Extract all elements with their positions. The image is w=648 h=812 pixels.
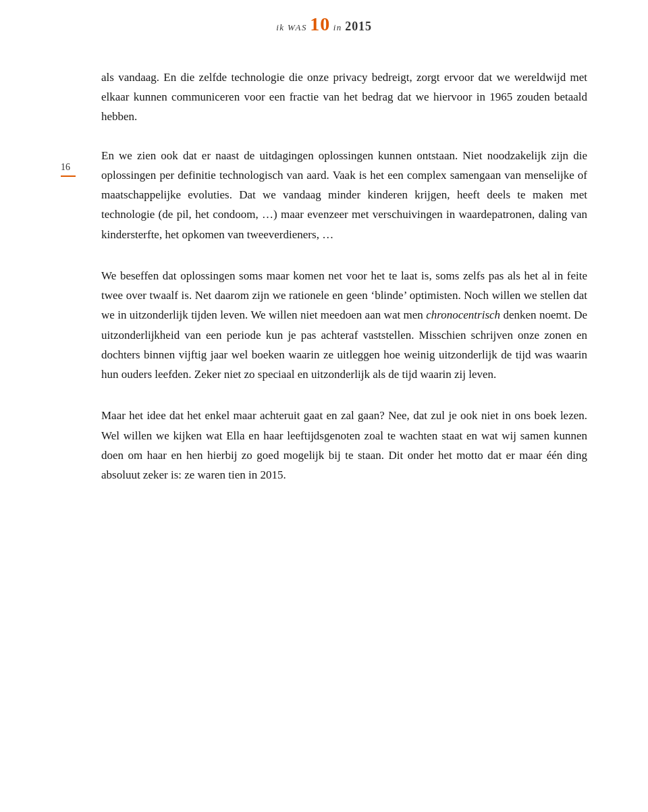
paragraph-1: als vandaag. En die zelfde technologie d… <box>101 67 587 127</box>
paragraph-2: En we zien ook dat er naast de uitdaging… <box>101 146 587 244</box>
page-number-area: 16 <box>61 67 101 504</box>
header-in: in <box>333 22 342 32</box>
page-content: 16 als vandaag. En die zelfde technologi… <box>0 40 648 544</box>
header-number: 10 <box>310 13 330 34</box>
header-year: 2015 <box>345 20 372 33</box>
header-was: was <box>288 22 307 32</box>
paragraph-3: We beseffen dat oplossingen soms maar ko… <box>101 266 587 384</box>
text-area: als vandaag. En die zelfde technologie d… <box>101 67 587 504</box>
page-header: Ik was 10 in 2015 <box>0 0 648 40</box>
paragraph-3-italic: chronocentrisch <box>426 308 500 321</box>
paragraph-4: Maar het idee dat het enkel maar achteru… <box>101 406 587 485</box>
page-number: 16 <box>61 162 101 177</box>
header-ik: Ik <box>276 22 285 32</box>
